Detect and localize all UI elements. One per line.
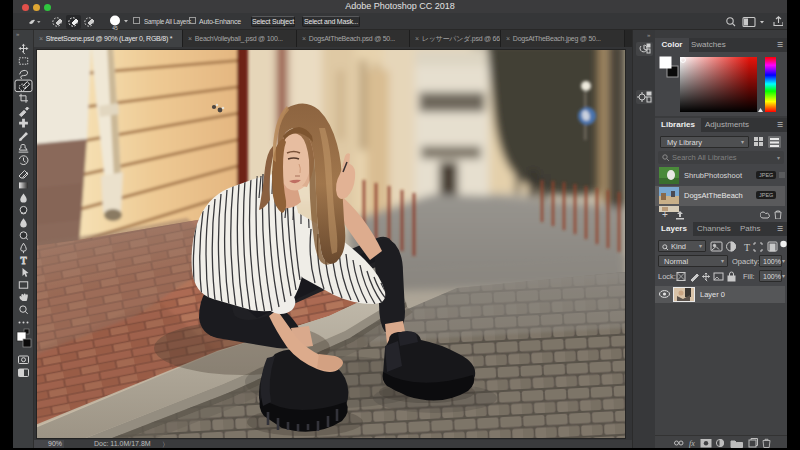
svg-text:T: T [744,242,750,253]
svg-text:T: T [20,255,26,266]
svg-text:fx: fx [689,439,695,448]
svg-text:»: » [16,31,20,37]
svg-text:»: » [647,32,651,38]
